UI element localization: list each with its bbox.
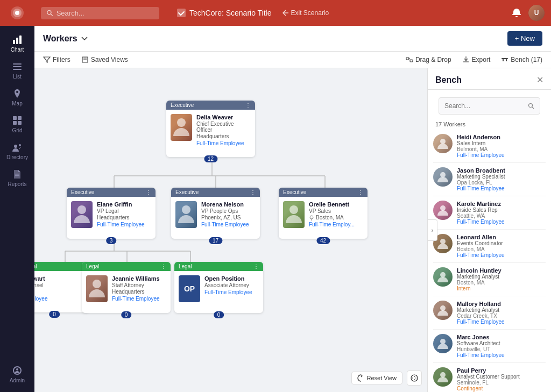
bench-item-lincoln[interactable]: Lincoln Huntley Marketing Analyst Boston…	[433, 263, 546, 296]
bench-worker-count: 17 Workers	[428, 119, 551, 130]
bench-panel: › Bench ✕ 17 Workers	[427, 68, 551, 392]
workers-title[interactable]: Workers	[43, 34, 88, 44]
sidebar-item-reports[interactable]: Reports	[0, 165, 34, 191]
bench-search-box[interactable]	[439, 97, 540, 115]
search-box[interactable]	[41, 7, 159, 19]
svg-rect-4	[16, 38, 18, 44]
sidebar-item-list[interactable]: List	[0, 57, 34, 84]
svg-rect-15	[15, 174, 19, 175]
bench-item-karole[interactable]: Karole Martinez Inside Sales Rep Seattle…	[433, 196, 546, 230]
new-button[interactable]: + New	[507, 31, 542, 46]
org-count-wrapper-orelle: 42	[279, 232, 368, 239]
bench-role-paul: Analyst Customer Support	[457, 374, 546, 380]
search-input[interactable]	[56, 9, 154, 17]
org-menu-orelle[interactable]: ⋮	[358, 189, 363, 195]
bench-close-btn[interactable]: ✕	[536, 75, 543, 85]
app-logo[interactable]	[0, 0, 34, 26]
bench-status-karole: Full-Time Employee	[457, 219, 546, 225]
org-location-stewart: ters	[34, 289, 85, 295]
exit-scenario-btn[interactable]: Exit Scenario	[282, 9, 329, 17]
bench-role-jason: Marketing Specialist	[457, 174, 546, 180]
svg-point-48	[440, 272, 446, 277]
workers-title-text: Workers	[43, 34, 77, 44]
toolbar: Filters Saved Views Drag & Drop	[34, 52, 551, 68]
org-name-delia: Delia Weaver	[196, 114, 251, 120]
bench-role-marc: Software Architect	[457, 340, 546, 346]
notifications-bell[interactable]	[511, 8, 522, 18]
bench-item-paul[interactable]: Paul Perry Analyst Customer Support Semi…	[433, 363, 546, 392]
svg-point-35	[177, 118, 186, 127]
bench-name-jason: Jason Broadbent	[457, 167, 546, 174]
export-btn[interactable]: Export	[462, 56, 491, 63]
bench-info-marc: Marc Jones Software Architect Huntsville…	[457, 334, 546, 358]
org-card-jeannie[interactable]: Legal ⋮ Jeannie Williams Staff Attorney …	[82, 262, 171, 313]
org-location-elane: Headquarters	[97, 215, 151, 220]
bench-initials-karole	[433, 201, 453, 220]
org-menu-openpos[interactable]: ⋮	[253, 263, 259, 269]
bench-loc-marc: Huntsville, UT	[457, 346, 546, 352]
navigate-controls	[407, 370, 422, 386]
bench-info-heidi: Heidi Anderson Sales Intern Belmont, MA …	[457, 134, 546, 158]
org-menu-elane[interactable]: ⋮	[146, 189, 151, 195]
bench-btn[interactable]: Bench (17)	[501, 56, 542, 63]
bench-avatar-karole	[433, 201, 453, 220]
svg-rect-24	[506, 59, 507, 61]
filters-btn[interactable]: Filters	[43, 56, 70, 63]
org-card-orelle[interactable]: Executive ⋮ Orelle Bennett VP Sales	[279, 188, 368, 239]
saved-views-btn[interactable]: Saved Views	[81, 56, 128, 63]
reset-view-btn[interactable]: Reset View	[351, 372, 402, 384]
org-type-morena: Executive	[175, 189, 199, 195]
org-count-wrapper-stewart: 0	[34, 306, 89, 312]
svg-rect-21	[410, 60, 413, 62]
filters-label: Filters	[53, 56, 70, 63]
bench-header: Bench ✕	[428, 68, 551, 90]
scenario-title: TechCore: Scenario Title	[189, 9, 272, 17]
bench-name-marc: Marc Jones	[457, 334, 546, 340]
export-label: Export	[472, 56, 491, 63]
bench-search-input[interactable]	[444, 102, 528, 110]
org-avatar-elane	[71, 201, 93, 228]
org-card-body-stewart: Stewart Counsel ters Employee	[34, 271, 89, 306]
org-card-openpos[interactable]: Legal ⋮ OP Open Position Associate Attor…	[174, 262, 263, 313]
bench-item-mallory[interactable]: Mallory Holland Marketing Analyst Cedar …	[433, 296, 546, 330]
org-menu-morena[interactable]: ⋮	[250, 189, 256, 195]
navigate-btn[interactable]	[407, 370, 422, 386]
sidebar-item-grid[interactable]: Grid	[0, 111, 34, 138]
org-menu-delia[interactable]: ⋮	[245, 102, 251, 108]
svg-point-44	[440, 139, 446, 144]
org-card-body-elane: Elane Griffin VP Legal Headquarters Full…	[67, 197, 156, 232]
org-count-orelle: 42	[316, 237, 330, 244]
bench-info-jason: Jason Broadbent Marketing Specialist Opa…	[457, 167, 546, 191]
bench-name-mallory: Mallory Holland	[457, 301, 546, 307]
bench-status-paul: Contingent	[457, 386, 546, 391]
org-card-elane[interactable]: Executive ⋮ Elane Griffin VP Legal Headq…	[67, 188, 156, 239]
sidebar-item-directory[interactable]: Directory	[0, 138, 34, 165]
svg-rect-8	[13, 69, 22, 70]
org-card-delia[interactable]: Executive ⋮ Delia Weaver Chief Executive…	[166, 101, 255, 157]
sidebar-item-map[interactable]: Map	[0, 84, 34, 111]
svg-point-53	[411, 375, 418, 381]
org-menu-jeannie[interactable]: ⋮	[161, 263, 166, 269]
bench-item-jason[interactable]: Jason Broadbent Marketing Specialist Opa…	[433, 163, 546, 196]
org-count-stewart: 0	[49, 311, 60, 318]
svg-point-40	[311, 219, 312, 220]
sidebar-item-chart[interactable]: Chart	[0, 30, 34, 57]
bench-item-marc[interactable]: Marc Jones Software Architect Huntsville…	[433, 330, 546, 363]
sidebar-item-admin[interactable]: Admin	[0, 361, 34, 388]
org-info-delia: Delia Weaver Chief Executive Officer Hea…	[196, 114, 251, 146]
org-role-openpos: Associate Attorney	[204, 282, 259, 288]
svg-point-42	[529, 104, 533, 108]
org-card-morena[interactable]: Executive ⋮ Morena Nelson VP People Ops …	[171, 188, 260, 239]
avatar-silhouette-orelle	[283, 201, 305, 228]
svg-rect-6	[13, 63, 22, 65]
user-avatar[interactable]: U	[528, 5, 545, 21]
org-card-stewart[interactable]: Legal ⋮ Stewart Counsel ters Employee 0	[34, 262, 89, 312]
svg-line-18	[51, 14, 53, 16]
bench-item-leonard[interactable]: Leonard Allen Events Coordinator Boston,…	[433, 230, 546, 263]
org-type-delia: Executive	[171, 102, 194, 108]
drag-drop-btn[interactable]: Drag & Drop	[406, 56, 451, 63]
collapse-bench-btn[interactable]: ›	[428, 219, 437, 241]
sidebar-label-map: Map	[12, 101, 22, 106]
org-card-body-openpos: OP Open Position Associate Attorney Full…	[174, 271, 263, 307]
bench-item-heidi[interactable]: Heidi Anderson Sales Intern Belmont, MA …	[433, 130, 546, 163]
